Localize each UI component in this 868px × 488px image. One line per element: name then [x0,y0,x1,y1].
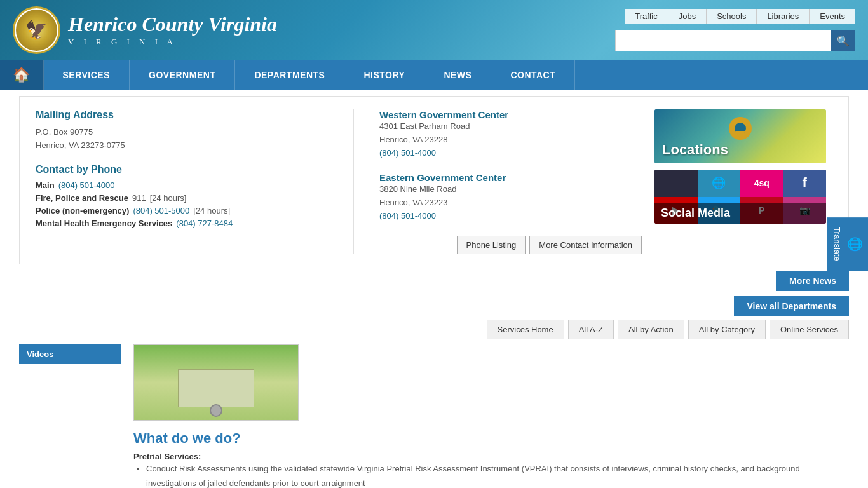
left-sidebar: Videos [19,344,121,488]
libraries-link[interactable]: Libraries [757,9,810,24]
search-icon: 🔍 [837,35,850,47]
traffic-link[interactable]: Traffic [625,9,668,24]
phone-fire-number: 911 [132,193,146,203]
image-marker-icon [210,404,222,417]
search-button[interactable]: 🔍 [831,30,855,51]
view-all-depts-button[interactable]: View all Departments [734,296,849,316]
phone-title: Contact by Phone [36,164,341,175]
phone-listing-button[interactable]: Phone Listing [457,236,526,254]
social-cell-dark1 [654,170,698,197]
search-bar: 🔍 [615,30,855,51]
western-title[interactable]: Western Government Center [379,109,508,120]
all-by-category-button[interactable]: All by Category [688,320,766,339]
schools-link[interactable]: Schools [707,9,757,24]
translate-button[interactable]: 🌐 Translate [827,217,868,271]
logo-bird-icon: 🦅 [25,20,48,41]
western-addr2: Henrico, VA 23228 [379,133,642,147]
logo-inner: 🦅 [16,10,57,51]
contact-footer: Phone Listing More Contact Information [379,236,642,254]
locations-label: Locations [654,137,736,163]
logo-text: Henrico County Virginia V I R G I N I A [68,13,277,47]
mailing-title: Mailing Address [36,109,341,121]
eastern-section: Eastern Government Center 3820 Nine Mile… [379,172,642,222]
eastern-phone[interactable]: (804) 501-4000 [379,211,436,220]
eastern-title[interactable]: Eastern Government Center [379,172,506,183]
phone-fire: Fire, Police and Rescue 911 [24 hours] [36,193,341,203]
more-news-bar: More News [19,271,849,291]
contact-center: Western Government Center 4301 East Parh… [353,109,642,254]
mailing-address: P.O. Box 90775 Henrico, VA 23273-0775 [36,126,341,152]
nav-government[interactable]: GOVERNMENT [130,60,235,90]
locations-widget[interactable]: Locations [654,109,826,163]
contact-panel: Mailing Address P.O. Box 90775 Henrico, … [19,96,849,264]
nav-history[interactable]: HISTORY [344,60,424,90]
phone-mental-number[interactable]: (804) 727-8484 [176,219,233,228]
social-widget[interactable]: 🌐 4sq f ▶ 🐦 P 📷 Social Media [654,170,826,224]
sidebar-videos[interactable]: Videos [19,344,121,364]
phone-police: Police (non-emergency) (804) 501-5000 [2… [36,206,341,215]
nav-home[interactable]: 🏠 [0,60,44,90]
logo-area: 🦅 Henrico County Virginia V I R G I N I … [13,6,277,54]
header-right: Traffic Jobs Schools Libraries Events 🔍 [615,9,855,51]
nav-services[interactable]: SERVICES [44,60,130,90]
phone-main-label: Main [36,180,55,190]
western-phone[interactable]: (804) 501-4000 [379,148,436,158]
nav-departments[interactable]: DEPARTMENTS [235,60,344,90]
phone-fire-label: Fire, Police and Rescue [36,193,128,203]
western-addr1: 4301 East Parham Road [379,120,642,133]
main-nav: 🏠 SERVICES GOVERNMENT DEPARTMENTS HISTOR… [0,60,868,90]
translate-label: Translate [832,227,842,261]
header: 🦅 Henrico County Virginia V I R G I N I … [0,0,868,60]
all-by-action-button[interactable]: All by Action [618,320,684,339]
dept-list-item: Conduct Risk Assessments using the valid… [146,461,849,488]
eastern-addr2: Henrico, VA 23223 [379,196,642,210]
depts-bar: View all Departments [19,296,849,316]
eastern-address: 3820 Nine Mile Road Henrico, VA 23223 (8… [379,183,642,222]
services-home-button[interactable]: Services Home [487,320,564,339]
building-image [134,345,298,420]
eastern-addr1: 3820 Nine Mile Road [379,183,642,196]
all-az-button[interactable]: All A-Z [568,320,614,339]
mailing-line2: Henrico, VA 23273-0775 [36,139,341,152]
services-nav: Services Home All A-Z All by Action All … [19,320,849,339]
western-address: 4301 East Parham Road Henrico, VA 23228 … [379,120,642,159]
top-links: Traffic Jobs Schools Libraries Events [625,9,855,24]
phone-fire-extra: [24 hours] [150,193,187,203]
online-services-button[interactable]: Online Services [770,320,849,339]
jobs-link[interactable]: Jobs [668,9,707,24]
phone-police-extra: [24 hours] [193,206,230,215]
events-link[interactable]: Events [810,9,855,24]
content-main: What do we do? Pretrial Services: Conduc… [133,344,849,488]
logo-circle: 🦅 [13,6,60,54]
nav-contact[interactable]: CONTACT [491,60,575,90]
main-content: Videos What do we do? Pretrial Services:… [19,344,849,488]
phone-police-number[interactable]: (804) 501-5000 [133,206,189,215]
phone-mental: Mental Health Emergency Services (804) 7… [36,219,341,228]
contact-left: Mailing Address P.O. Box 90775 Henrico, … [36,109,341,254]
phone-main-number[interactable]: (804) 501-4000 [58,180,115,190]
county-sub: V I R G I N I A [68,37,277,47]
building-silhouette [178,369,254,407]
phone-mental-label: Mental Health Emergency Services [36,219,172,228]
nav-news[interactable]: NEWS [424,60,491,90]
more-news-button[interactable]: More News [776,271,849,291]
content-heading: What do we do? [133,430,849,447]
social-foursquare-icon: 4sq [740,170,783,197]
more-contact-button[interactable]: More Contact Information [529,236,642,254]
phone-main: Main (804) 501-4000 [36,180,341,190]
search-input[interactable] [615,30,831,51]
contact-right: Locations 🌐 4sq f ▶ 🐦 P 📷 Social Media [654,109,832,254]
phone-section: Contact by Phone Main (804) 501-4000 Fir… [36,164,341,228]
social-globe-icon: 🌐 [698,170,741,197]
mailing-line1: P.O. Box 90775 [36,126,341,139]
dept-label: Pretrial Services: [133,452,849,461]
western-section: Western Government Center 4301 East Parh… [379,109,642,159]
phone-police-label: Police (non-emergency) [36,206,129,215]
translate-icon: 🌐 [847,236,863,252]
dept-list: Conduct Risk Assessments using the valid… [146,461,849,488]
social-facebook-icon: f [783,170,827,197]
content-image [133,344,299,421]
social-label: Social Media [654,203,826,224]
county-name: Henrico County Virginia [68,13,277,36]
mailing-section: Mailing Address P.O. Box 90775 Henrico, … [36,109,341,152]
